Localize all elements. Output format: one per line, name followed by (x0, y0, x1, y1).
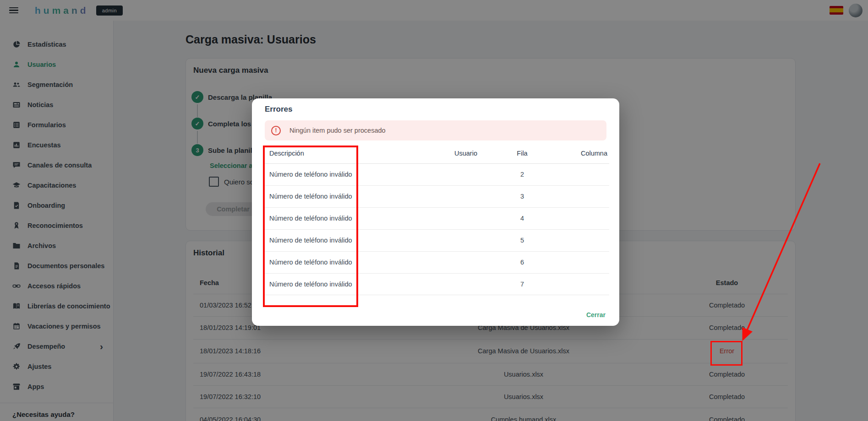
col-descripcion: Descripción (269, 150, 304, 157)
error-row: Número de teléfono inválido 6 (265, 251, 609, 274)
modal-title: Errores (265, 105, 292, 114)
error-alert-text: Ningún item pudo ser procesado (289, 127, 386, 134)
col-columna: Columna (581, 150, 607, 157)
error-alert: ! Ningún item pudo ser procesado (265, 120, 606, 140)
error-row: Número de teléfono inválido 2 (265, 163, 609, 186)
col-fila: Fila (495, 150, 550, 157)
error-row: Número de teléfono inválido 5 (265, 229, 609, 252)
col-usuario: Usuario (434, 150, 498, 157)
modal-table-header: Descripción Usuario Fila Columna (265, 143, 609, 164)
error-row: Número de teléfono inválido 4 (265, 207, 609, 230)
error-row: Número de teléfono inválido 7 (265, 273, 609, 295)
errors-modal: Errores ! Ningún item pudo ser procesado… (252, 98, 619, 326)
error-row: Número de teléfono inválido 3 (265, 185, 609, 208)
error-circle-icon: ! (271, 126, 281, 135)
cerrar-button[interactable]: Cerrar (584, 311, 608, 319)
